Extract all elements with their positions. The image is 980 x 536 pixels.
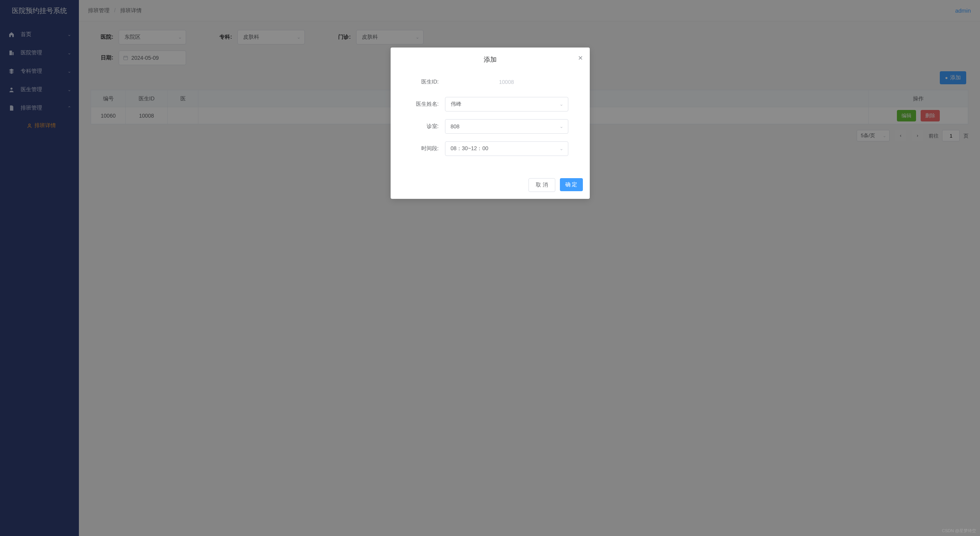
confirm-button[interactable]: 确 定 — [560, 178, 583, 191]
select-timeslot[interactable]: 08：30~12：00 ⌄ — [445, 141, 568, 156]
watermark: CSDN @星梦绮空 — [942, 528, 976, 534]
cancel-button[interactable]: 取 消 — [528, 178, 555, 192]
select-room[interactable]: 808 ⌄ — [445, 119, 568, 134]
chevron-down-icon: ⌄ — [560, 124, 563, 129]
close-icon: ✕ — [578, 55, 583, 61]
form-label-doctor-id: 医生ID: — [404, 79, 439, 85]
add-modal: 添加 ✕ 医生ID: 10008 医生姓名: 伟峰 ⌄ 诊室: — [391, 48, 590, 199]
select-doctor-name[interactable]: 伟峰 ⌄ — [445, 97, 568, 111]
chevron-down-icon: ⌄ — [560, 146, 563, 151]
close-button[interactable]: ✕ — [578, 54, 583, 62]
select-value: 伟峰 — [451, 101, 461, 108]
chevron-down-icon: ⌄ — [560, 102, 563, 107]
select-value: 08：30~12：00 — [451, 145, 488, 152]
form-label-doctor-name: 医生姓名: — [404, 101, 439, 108]
modal-overlay[interactable]: 添加 ✕ 医生ID: 10008 医生姓名: 伟峰 ⌄ 诊室: — [0, 0, 980, 536]
form-label-timeslot: 时间段: — [404, 145, 439, 152]
select-value: 808 — [451, 123, 460, 129]
form-label-room: 诊室: — [404, 123, 439, 130]
modal-title: 添加 — [400, 55, 581, 64]
doctor-id-value: 10008 — [445, 75, 568, 89]
